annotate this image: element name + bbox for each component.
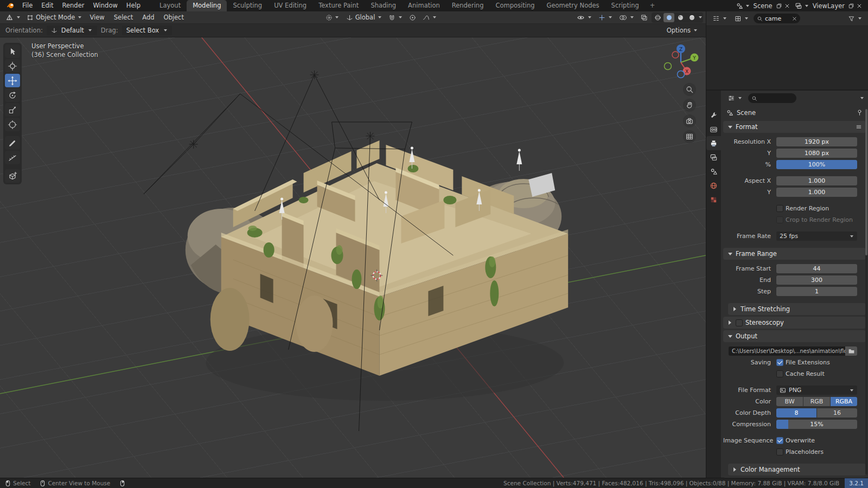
section-frame-range-header[interactable]: Frame Range (723, 248, 866, 260)
color-depth-16-button[interactable]: 16 (817, 408, 857, 418)
outliner-display-mode-dropdown[interactable] (732, 14, 751, 23)
pan-button[interactable] (683, 99, 696, 112)
outliner-filter-dropdown[interactable] (845, 14, 865, 23)
proportional-editing-toggle[interactable] (406, 13, 419, 22)
workspace-tab-rendering[interactable]: Rendering (446, 0, 490, 11)
workspace-tab-uv-editing[interactable]: UV Editing (268, 0, 312, 11)
measure-tool[interactable] (5, 151, 20, 164)
tab-render-properties[interactable] (706, 122, 721, 136)
drag-setting-dropdown[interactable]: Select Box (122, 25, 173, 35)
tab-viewlayer-properties[interactable] (706, 150, 721, 164)
tab-texture-properties[interactable] (706, 192, 721, 207)
resolution-percent-slider[interactable]: 100% (776, 160, 857, 169)
blender-logo-icon[interactable] (3, 2, 18, 9)
outliner-search-input[interactable] (765, 15, 790, 22)
tab-scene-properties[interactable] (706, 164, 721, 178)
orientation-setting-dropdown[interactable]: Default (47, 25, 97, 35)
menu-object[interactable]: Object (159, 12, 188, 23)
zoom-button[interactable] (683, 83, 696, 96)
cache-result-checkbox[interactable] (776, 370, 783, 377)
stereoscopy-checkbox[interactable] (736, 319, 743, 326)
menu-file[interactable]: File (18, 0, 37, 11)
overlays-dropdown[interactable] (616, 13, 637, 22)
tab-tool-properties[interactable] (706, 108, 721, 122)
rotate-tool[interactable] (5, 88, 20, 102)
section-format-header[interactable]: Format (723, 121, 866, 133)
remove-viewlayer-icon[interactable] (857, 3, 862, 9)
breadcrumb-scene-label[interactable]: Scene (737, 109, 756, 117)
section-metadata-header[interactable]: Metadata (723, 477, 866, 478)
workspace-tab-sculpting[interactable]: Sculpting (227, 0, 268, 11)
compression-slider[interactable]: 15% (776, 420, 857, 429)
resolution-y-field[interactable]: 1080 px (776, 149, 857, 158)
frame-end-field[interactable]: 300 (776, 275, 857, 285)
annotate-tool[interactable] (5, 136, 20, 150)
frame-rate-dropdown[interactable]: 25 fps (776, 232, 857, 241)
menu-add[interactable]: Add (138, 12, 158, 23)
navigation-gizmo[interactable]: Z Y X (661, 41, 700, 80)
properties-scrollbar[interactable] (865, 109, 867, 474)
placeholders-checkbox[interactable] (776, 448, 783, 455)
pin-icon[interactable] (856, 109, 863, 116)
overwrite-checkbox[interactable] (776, 437, 783, 444)
frame-start-field[interactable]: 44 (776, 264, 857, 273)
mode-dropdown[interactable]: Object Mode (24, 12, 85, 22)
menu-select[interactable]: Select (110, 12, 137, 23)
editor-type-button[interactable] (3, 12, 23, 23)
outliner-search[interactable] (754, 14, 800, 23)
workspace-tab-geometry-nodes[interactable]: Geometry Nodes (541, 0, 605, 11)
menu-render[interactable]: Render (58, 0, 89, 11)
output-path-field[interactable]: C:\Users\User\Desktop\...nes\animation\f… (729, 346, 845, 356)
visibility-dropdown[interactable] (574, 13, 595, 22)
aspect-y-field[interactable]: 1.000 (776, 188, 857, 197)
section-color-management-header[interactable]: Color Management (728, 464, 866, 476)
panel-menu-icon[interactable] (856, 124, 862, 130)
workspace-tab-shading[interactable]: Shading (365, 0, 402, 11)
section-time-stretching-header[interactable]: Time Stretching (728, 303, 866, 315)
shading-material-button[interactable] (675, 13, 686, 22)
color-rgb-button[interactable]: RGB (803, 397, 830, 406)
transform-pivot-button[interactable] (323, 13, 342, 22)
snap-toggle-button[interactable] (386, 13, 405, 22)
outliner-editor-type-button[interactable] (710, 14, 730, 23)
cursor-tool[interactable] (5, 59, 20, 73)
chevron-down-icon[interactable] (859, 97, 864, 100)
menu-help[interactable]: Help (122, 0, 145, 11)
file-extensions-checkbox[interactable] (776, 359, 783, 366)
options-dropdown[interactable]: Options (664, 25, 700, 35)
aspect-x-field[interactable]: 1.000 (776, 176, 857, 185)
outliner-tree[interactable] (706, 26, 868, 89)
crop-render-region-checkbox[interactable] (776, 216, 783, 223)
add-workspace-button[interactable]: + (645, 0, 660, 11)
section-stereoscopy-header[interactable]: Stereoscopy (723, 317, 866, 329)
transform-orientation-dropdown[interactable]: Global (343, 12, 385, 22)
viewlayer-selector[interactable]: ViewLayer (793, 2, 864, 10)
shading-rendered-button[interactable] (686, 13, 697, 22)
gizmos-dropdown[interactable] (596, 13, 615, 22)
file-format-dropdown[interactable]: PNG (776, 386, 857, 395)
clear-search-icon[interactable] (792, 16, 797, 21)
color-bw-button[interactable]: BW (776, 397, 803, 406)
workspace-tab-compositing[interactable]: Compositing (489, 0, 540, 11)
tab-output-properties[interactable] (706, 136, 721, 150)
workspace-tab-texture-paint[interactable]: Texture Paint (312, 0, 365, 11)
menu-window[interactable]: Window (88, 0, 122, 11)
shading-solid-button[interactable] (663, 13, 674, 22)
menu-view[interactable]: View (85, 12, 108, 23)
tweak-select-tool[interactable] (5, 44, 20, 58)
scale-tool[interactable] (5, 103, 20, 117)
xray-toggle[interactable] (638, 13, 650, 22)
viewport-canvas[interactable]: User Perspective (36) Scene Collection (0, 37, 706, 478)
resolution-x-field[interactable]: 1920 px (776, 137, 857, 146)
workspace-tab-scripting[interactable]: Scripting (605, 0, 645, 11)
unlink-scene-icon[interactable] (784, 3, 790, 9)
gizmo-z-negative[interactable] (678, 71, 685, 78)
toggle-ortho-button[interactable] (683, 130, 696, 143)
color-rgba-button[interactable]: RGBA (831, 397, 857, 406)
workspace-tab-layout[interactable]: Layout (154, 0, 187, 11)
tab-world-properties[interactable] (706, 178, 721, 192)
section-output-header[interactable]: Output (723, 330, 866, 342)
gizmo-y-negative[interactable] (665, 63, 672, 70)
shading-wireframe-button[interactable] (652, 13, 663, 22)
new-viewlayer-icon[interactable] (848, 3, 854, 9)
